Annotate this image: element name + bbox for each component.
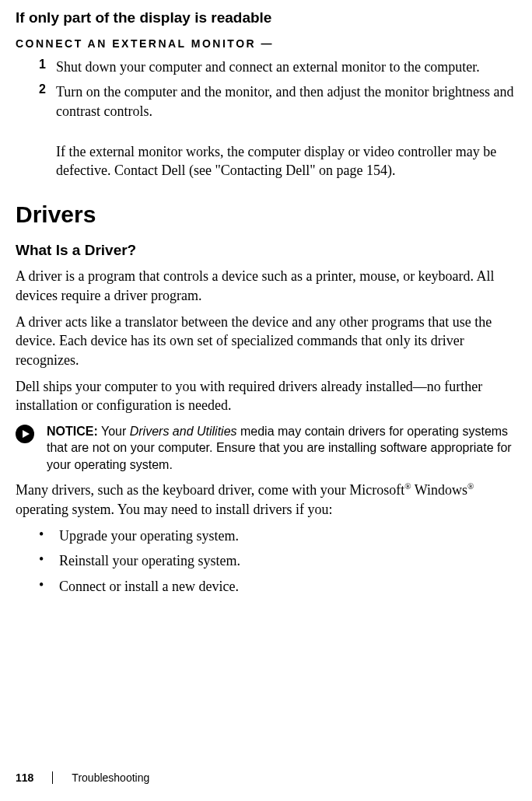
page-footer: 118 Troubleshooting xyxy=(16,771,149,784)
notice-text: NOTICE: Your Drivers and Utilities media… xyxy=(47,423,516,474)
page-number: 118 xyxy=(16,771,33,784)
bullet-dot-icon: • xyxy=(39,577,59,596)
registered-icon: ® xyxy=(467,481,474,491)
paragraph: A driver acts like a translator between … xyxy=(16,313,516,369)
step-item: 2 Turn on the computer and the monitor, … xyxy=(39,82,516,121)
step-text: Shut down your computer and connect an e… xyxy=(56,58,480,76)
step-list: 1 Shut down your computer and connect an… xyxy=(16,58,516,121)
paragraph: Dell ships your computer to you with req… xyxy=(16,377,516,415)
section-subheading: What Is a Driver? xyxy=(16,242,516,259)
step-number: 2 xyxy=(39,82,56,121)
footer-divider-icon xyxy=(52,771,53,784)
para-segment: Many drivers, such as the keyboard drive… xyxy=(16,482,404,498)
step-item: 1 Shut down your computer and connect an… xyxy=(39,58,516,76)
notice-block: NOTICE: Your Drivers and Utilities media… xyxy=(16,423,516,474)
bullet-list: • Upgrade your operating system. • Reins… xyxy=(16,526,516,596)
bullet-text: Connect or install a new device. xyxy=(59,577,239,596)
paragraph: A driver is a program that controls a de… xyxy=(16,267,516,305)
heading-subsection: If only part of the display is readable xyxy=(16,9,516,26)
para-segment: operating system. You may need to instal… xyxy=(16,502,332,517)
bullet-dot-icon: • xyxy=(39,526,59,545)
notice-italic: Drivers and Utilities xyxy=(130,425,237,438)
bullet-text: Reinstall your operating system. xyxy=(59,551,240,570)
list-item: • Upgrade your operating system. xyxy=(39,526,516,545)
footer-section-label: Troubleshooting xyxy=(72,771,149,784)
bullet-dot-icon: • xyxy=(39,551,59,570)
notice-label: NOTICE: xyxy=(47,425,98,438)
notice-pre: Your xyxy=(98,425,130,438)
bullet-text: Upgrade your operating system. xyxy=(59,526,239,545)
notice-icon-wrap xyxy=(16,423,47,443)
step-text: Turn on the computer and the monitor, an… xyxy=(56,82,516,121)
step-number: 1 xyxy=(39,58,56,76)
list-item: • Reinstall your operating system. xyxy=(39,551,516,570)
paragraph: Many drivers, such as the keyboard drive… xyxy=(16,481,516,519)
step-followup-text: If the external monitor works, the compu… xyxy=(56,142,516,180)
section-heading-drivers: Drivers xyxy=(16,201,516,228)
list-item: • Connect or install a new device. xyxy=(39,577,516,596)
action-heading: Connect an external monitor — xyxy=(16,37,516,50)
para-segment: Windows xyxy=(411,482,467,498)
arrow-right-circle-icon xyxy=(16,425,34,443)
registered-icon: ® xyxy=(404,481,411,491)
